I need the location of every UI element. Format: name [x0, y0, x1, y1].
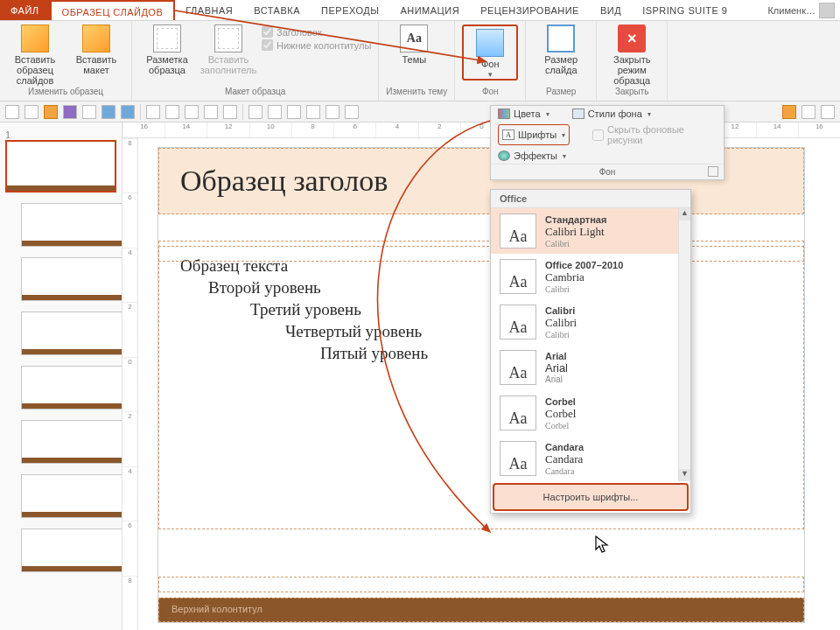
- font-scheme-list[interactable]: ▲▼ AaСтандартнаяCalibri LightCalibriAaOf…: [491, 208, 690, 481]
- master-layout-button[interactable]: Разметка образца: [139, 24, 195, 75]
- qat-btn[interactable]: [44, 105, 58, 119]
- qat-btn[interactable]: [204, 105, 218, 119]
- font-preview-icon: Aa: [500, 214, 536, 248]
- tab-review[interactable]: РЕЦЕНЗИРОВАНИЕ: [470, 0, 590, 20]
- body-placeholder[interactable]: Образец текста Второй уровень Третий уро…: [158, 241, 804, 529]
- font-scheme-option[interactable]: AaСтандартнаяCalibri LightCalibri: [491, 208, 690, 254]
- font-scheme-option[interactable]: AaOffice 2007–2010CambriaCalibri: [491, 254, 690, 299]
- chk-footers[interactable]: Нижние колонтитулы: [262, 39, 371, 51]
- horizontal-ruler: 1614121086420246810121416: [122, 122, 840, 138]
- group-edit-title: Изменить образец: [7, 87, 124, 99]
- tab-animation[interactable]: АНИМАЦИЯ: [389, 0, 470, 20]
- tab-transitions[interactable]: ПЕРЕХОДЫ: [311, 0, 389, 20]
- qat-btn[interactable]: [268, 105, 282, 119]
- slide-size-label: Размер слайда: [533, 54, 589, 75]
- qat-btn[interactable]: [802, 105, 816, 119]
- background-label: Фон: [481, 59, 500, 69]
- close-master-button[interactable]: × Закрыть режим образца: [604, 24, 660, 86]
- thumbnail-panel[interactable]: 1: [0, 122, 122, 630]
- dialog-launcher-icon[interactable]: [708, 166, 718, 177]
- qat-btn[interactable]: [248, 105, 262, 119]
- close-master-label: Закрыть режим образца: [604, 54, 660, 86]
- master-thumb[interactable]: 1: [5, 130, 116, 192]
- themes-icon: Aa: [400, 24, 428, 52]
- user-name: Клименк…: [767, 5, 816, 16]
- font-preview-icon: Aa: [500, 350, 536, 385]
- close-icon: ×: [618, 24, 646, 52]
- guide: [158, 246, 804, 262]
- fonts-menu[interactable]: AШрифты▾: [498, 124, 570, 145]
- avatar-icon: [819, 3, 835, 18]
- qat-btn[interactable]: [82, 105, 96, 119]
- tab-ispring[interactable]: ISPRING SUITE 9: [632, 0, 738, 20]
- layout-thumb[interactable]: [21, 366, 122, 410]
- layout-thumb[interactable]: [21, 420, 122, 464]
- font-scheme-option[interactable]: AaCorbelCorbelCorbel: [491, 390, 690, 436]
- qat-btn[interactable]: [306, 105, 320, 119]
- ribbon: Вставить образец слайдов Вставить макет …: [0, 21, 840, 102]
- scroll-down-icon[interactable]: ▼: [679, 469, 690, 481]
- qat-btn[interactable]: [5, 105, 19, 119]
- qat-btn[interactable]: [185, 105, 199, 119]
- qat-btn[interactable]: [146, 105, 160, 119]
- layout-thumb[interactable]: [21, 474, 122, 518]
- qat-btn[interactable]: [223, 105, 237, 119]
- tab-view[interactable]: ВИД: [590, 0, 632, 20]
- qat-btn[interactable]: [165, 105, 179, 119]
- master-layout-icon: [153, 24, 181, 52]
- ribbon-tabs: ФАЙЛ ОБРАЗЕЦ СЛАЙДОВ ГЛАВНАЯ ВСТАВКА ПЕР…: [0, 0, 840, 21]
- qat-btn[interactable]: [121, 105, 135, 119]
- font-scheme-option[interactable]: AaCandaraCandaraCandara: [491, 436, 690, 481]
- qat-btn[interactable]: [102, 105, 116, 119]
- insert-layout-label: Вставить макет: [68, 54, 124, 75]
- qat-btn[interactable]: [782, 105, 796, 119]
- group-theme-title: Изменить тему: [386, 87, 447, 99]
- customize-fonts-button[interactable]: Настроить шрифты...: [493, 483, 689, 511]
- slide-master-icon: [21, 24, 49, 52]
- placeholder-icon: [214, 24, 242, 52]
- tab-insert[interactable]: ВСТАВКА: [243, 0, 311, 20]
- slide-master[interactable]: Образец заголов Образец текста Второй ур…: [158, 147, 805, 623]
- insert-placeholder-button: Вставить заполнитель: [200, 24, 256, 75]
- layout-thumb[interactable]: [21, 528, 122, 572]
- tab-home[interactable]: ГЛАВНАЯ: [175, 0, 243, 20]
- qat-btn[interactable]: [326, 105, 340, 119]
- background-button[interactable]: Фон ▼: [462, 24, 518, 80]
- layout-icon: [82, 24, 110, 52]
- qat-btn[interactable]: [63, 105, 77, 119]
- slide-size-button[interactable]: Размер слайда: [533, 24, 589, 75]
- font-preview-icon: Aa: [500, 396, 536, 430]
- effects-menu[interactable]: Эффекты▾: [498, 150, 566, 161]
- themes-button[interactable]: Aa Темы: [386, 24, 442, 65]
- layout-thumb[interactable]: [21, 257, 122, 301]
- qat-btn[interactable]: [821, 105, 835, 119]
- tab-file[interactable]: ФАЙЛ: [0, 0, 50, 20]
- font-scheme-option[interactable]: AaArialArialArial: [491, 345, 690, 390]
- qat-btn[interactable]: [345, 105, 359, 119]
- user-account[interactable]: Клименк…: [762, 0, 840, 20]
- footer-placeholder[interactable]: Верхний колонтитул: [158, 598, 804, 622]
- scrollbar[interactable]: ▲▼: [678, 208, 690, 481]
- background-popout: Цвета▾ Стили фона▾ AШрифты▾ Скрыть фонов…: [490, 105, 724, 180]
- placeholder-label: Вставить заполнитель: [200, 54, 256, 75]
- colors-menu[interactable]: Цвета▾: [498, 108, 550, 119]
- slide-size-icon: [547, 24, 575, 52]
- group-close-title: Закрыть: [604, 87, 660, 99]
- tab-slide-master[interactable]: ОБРАЗЕЦ СЛАЙДОВ: [50, 0, 176, 20]
- group-bg-title: Фон: [462, 87, 518, 99]
- scroll-up-icon[interactable]: ▲: [679, 208, 690, 220]
- qat-btn[interactable]: [24, 105, 38, 119]
- themes-label: Темы: [402, 54, 426, 65]
- guide: [158, 577, 804, 592]
- layout-thumb[interactable]: [21, 312, 122, 355]
- slide-canvas[interactable]: 1614121086420246810121416 864202468 Обра…: [122, 122, 840, 630]
- insert-slide-master-button[interactable]: Вставить образец слайдов: [7, 24, 63, 86]
- body-l3: Третий уровень: [180, 300, 782, 319]
- qat-btn[interactable]: [287, 105, 301, 119]
- font-scheme-option[interactable]: AaCalibriCalibriCalibri: [491, 299, 690, 345]
- bg-styles-menu[interactable]: Стили фона▾: [572, 108, 651, 119]
- chk-title[interactable]: Заголовок: [262, 26, 371, 38]
- thumb-number: 1: [5, 130, 10, 140]
- insert-layout-button[interactable]: Вставить макет: [68, 24, 124, 75]
- layout-thumb[interactable]: [21, 203, 122, 247]
